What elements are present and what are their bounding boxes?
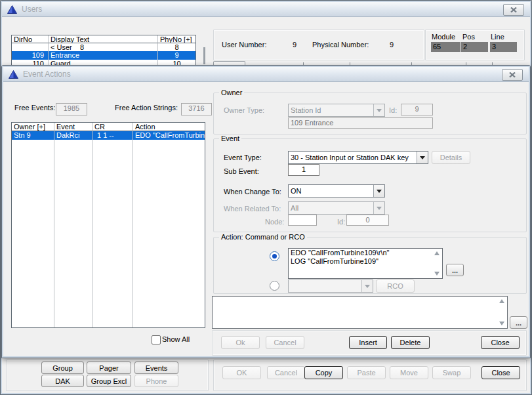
ea-table-header-event[interactable]: Event	[54, 123, 92, 131]
dak-button[interactable]: DAK	[41, 375, 84, 387]
notes-textarea[interactable]	[212, 296, 508, 329]
pos-value: 2	[461, 42, 488, 52]
when-related-to-value: All	[289, 204, 373, 212]
action-group-title: Action: Command or RCO	[219, 233, 307, 241]
users-table-cell[interactable]	[12, 43, 49, 51]
triangle-down-icon[interactable]	[434, 272, 440, 276]
users-titlebar[interactable]: Users	[2, 2, 530, 17]
line-value: 3	[490, 42, 517, 52]
chevron-down-icon[interactable]	[417, 152, 428, 163]
events-button[interactable]: Events	[134, 362, 178, 374]
free-action-strings-label: Free Action Strings:	[115, 104, 178, 112]
pager-button[interactable]: Pager	[87, 362, 131, 374]
chevron-down-icon[interactable]	[373, 104, 384, 116]
triangle-up-icon[interactable]	[434, 251, 440, 255]
users-close-button-bottom[interactable]: Close	[481, 366, 520, 379]
free-events-value: 1985	[56, 103, 87, 115]
sub-event-field[interactable]: 1	[288, 164, 319, 176]
user-number-label: User Number:	[222, 41, 266, 49]
when-change-to-combo[interactable]: ON	[288, 184, 385, 198]
users-paste-button[interactable]: Paste	[347, 366, 386, 379]
ea-table-filler	[92, 140, 133, 327]
notes-scrollbar[interactable]	[498, 299, 506, 325]
owner-type-combo[interactable]: Station Id	[288, 104, 385, 117]
rco-button[interactable]: RCO	[376, 280, 415, 293]
rco-combo[interactable]	[288, 280, 373, 293]
module-pos-line-panel: Module Pos Line 65 2 3	[425, 30, 525, 60]
line-label: Line	[491, 33, 504, 41]
users-table-cell-selected[interactable]: Entrance	[49, 51, 158, 60]
ea-table-cell-action[interactable]: EDO "CallFromTurbine	[133, 131, 205, 140]
triangle-down-icon[interactable]	[499, 322, 504, 325]
event-id-label: Id:	[337, 218, 345, 226]
command-line-1: EDO "CallFromTurbine109\r\n"	[289, 249, 442, 257]
owner-id-field[interactable]: 9	[401, 104, 433, 115]
user-info-panel: User Number: 9 Physical Number: 9	[213, 30, 424, 60]
users-window-title: Users	[22, 5, 42, 14]
ea-delete-button[interactable]: Delete	[391, 336, 430, 349]
users-table-cell-selected[interactable]: 109	[12, 51, 49, 60]
command-radio[interactable]	[270, 251, 279, 261]
when-change-to-value: ON	[289, 187, 373, 195]
ea-insert-button[interactable]: Insert	[349, 336, 387, 349]
owner-type-value: Station Id	[289, 106, 373, 114]
users-table-scrollbar[interactable]	[203, 47, 205, 64]
screen: { "colors": { "selection_blue": "#0e6ed8…	[0, 0, 532, 395]
command-textarea[interactable]: EDO "CallFromTurbine109\r\n" LOG "CallFr…	[288, 248, 443, 279]
ea-table-header-action[interactable]: Action	[133, 123, 205, 131]
owner-groupbox: Owner Owner Type: Station Id Id: 9 109 E…	[213, 93, 527, 135]
users-table-header-display-text[interactable]: Display Text	[49, 35, 158, 43]
users-cancel-button[interactable]: Cancel	[267, 366, 305, 379]
users-table-header-dirno[interactable]: DirNo	[12, 35, 49, 43]
event-actions-client: Free Events: 1985 Free Action Strings: 3…	[3, 82, 529, 356]
triangle-app-icon	[7, 5, 17, 14]
owner-name-field[interactable]: 109 Entrance	[288, 117, 433, 129]
command-scrollbar[interactable]	[433, 251, 441, 276]
ea-close-button[interactable]: Close	[481, 336, 520, 349]
ea-table-header-owner[interactable]: Owner [+]	[12, 123, 54, 131]
user-number-value: 9	[293, 41, 297, 49]
event-type-value: 30 - Station Input or Station DAK key	[289, 154, 417, 161]
details-button[interactable]: Details	[432, 151, 470, 164]
node-field[interactable]	[288, 215, 317, 226]
show-all-checkbox[interactable]	[152, 335, 161, 344]
triangle-up-icon[interactable]	[499, 299, 504, 303]
ea-table-filler	[12, 140, 54, 327]
ea-table-cell-event[interactable]: DakRci	[54, 131, 92, 140]
ea-table-header-cr[interactable]: CR	[92, 123, 133, 131]
chevron-down-icon[interactable]	[373, 202, 384, 214]
notes-browse-button[interactable]: ...	[510, 316, 527, 329]
chevron-down-icon[interactable]	[361, 280, 373, 292]
module-label: Module	[432, 33, 455, 41]
users-swap-button[interactable]: Swap	[432, 366, 471, 379]
ea-table-cell-cr[interactable]: 1 1 --	[92, 131, 133, 140]
group-button[interactable]: Group	[41, 362, 84, 374]
users-move-button[interactable]: Move	[390, 366, 428, 379]
phone-button[interactable]: Phone	[134, 375, 178, 387]
users-table-cell[interactable]: 8	[158, 43, 195, 51]
users-copy-button[interactable]: Copy	[304, 366, 343, 379]
ea-ok-button[interactable]: Ok	[221, 336, 260, 349]
event-id-field[interactable]: 0	[346, 215, 389, 226]
physical-number-value: 9	[390, 41, 394, 49]
users-table-cell[interactable]: < User 8	[49, 43, 158, 51]
group-excl-button[interactable]: Group Excl	[87, 375, 131, 387]
event-actions-close-button[interactable]	[502, 69, 523, 81]
ea-cancel-button[interactable]: Cancel	[266, 336, 304, 349]
ea-table-filler	[133, 140, 205, 327]
owner-group-title: Owner	[219, 89, 244, 97]
ea-table-cell-owner[interactable]: Stn 9	[12, 131, 54, 140]
users-close-button[interactable]	[503, 4, 524, 16]
owner-type-label: Owner Type:	[224, 106, 264, 115]
users-ok-button[interactable]: OK	[222, 366, 261, 379]
command-browse-button[interactable]: ...	[446, 264, 464, 276]
users-table-cell-selected[interactable]: 9	[158, 51, 195, 60]
users-table-header-phyno[interactable]: PhyNo [+]	[158, 35, 195, 43]
rco-radio[interactable]	[270, 281, 279, 291]
chevron-down-icon[interactable]	[373, 185, 384, 197]
when-related-to-combo[interactable]: All	[288, 201, 385, 215]
event-type-combo[interactable]: 30 - Station Input or Station DAK key	[288, 151, 428, 164]
event-actions-titlebar[interactable]: Event Actions	[3, 67, 529, 82]
owner-id-label: Id:	[389, 106, 397, 115]
close-icon	[509, 72, 516, 77]
